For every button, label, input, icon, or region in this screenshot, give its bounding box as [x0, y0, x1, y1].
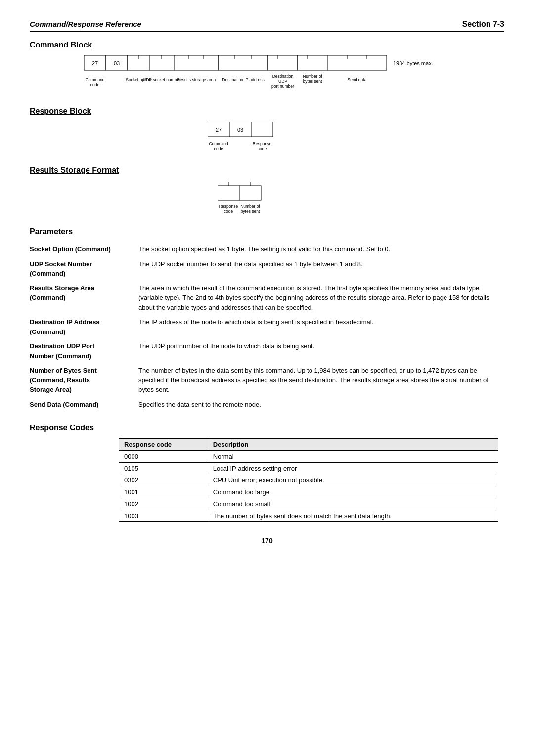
response-code-desc: Normal [208, 451, 498, 463]
svg-text:Destination IP address: Destination IP address [222, 77, 264, 82]
response-codes-heading: Response Codes [30, 424, 504, 432]
response-code-desc: CPU Unit error; execution not possible. [208, 474, 498, 486]
response-codes-header-row: Response code Description [119, 439, 498, 451]
svg-rect-45 [239, 186, 261, 200]
svg-rect-43 [218, 186, 239, 200]
response-block-heading: Response Block [30, 107, 504, 116]
response-codes-section: Response Codes Response code Description… [30, 424, 504, 522]
svg-rect-38 [251, 122, 273, 137]
results-storage-svg: Response code Number of bytes sent [218, 181, 316, 215]
response-code-desc: Local IP address setting error [208, 463, 498, 474]
response-code-value: 0000 [119, 451, 208, 463]
svg-text:27: 27 [216, 127, 222, 133]
svg-text:Number of: Number of [240, 204, 260, 209]
results-storage-heading: Results Storage Format [30, 166, 504, 175]
response-code-value: 1003 [119, 510, 208, 522]
parameter-term: Number of Bytes Sent (Command, Results S… [30, 363, 138, 397]
description-col-header: Description [208, 439, 498, 451]
parameter-row: UDP Socket Number (Command)The UDP socke… [30, 257, 504, 281]
response-code-row: 1003The number of bytes sent does not ma… [119, 510, 498, 522]
page-header: Command/Response Reference Section 7-3 [30, 20, 504, 32]
parameter-row: Destination UDP Port Number (Command)The… [30, 339, 504, 363]
response-code-row: 0105Local IP address setting error [119, 463, 498, 474]
svg-text:UDP socket number: UDP socket number [143, 77, 180, 82]
response-code-row: 1001Command too large [119, 486, 498, 498]
svg-text:code: code [90, 82, 100, 87]
parameter-row: Results Storage Area (Command)The area i… [30, 281, 504, 315]
parameter-row: Socket Option (Command)The socket option… [30, 242, 504, 257]
parameter-desc: The socket option specified as 1 byte. T… [138, 242, 504, 257]
parameter-term: Send Data (Command) [30, 397, 138, 412]
response-code-value: 0105 [119, 463, 208, 474]
svg-text:Command: Command [85, 77, 104, 82]
parameters-table: Socket Option (Command)The socket option… [30, 242, 504, 412]
svg-rect-18 [327, 55, 387, 70]
parameter-desc: Specifies the data sent to the remote no… [138, 397, 504, 412]
page-number: 170 [30, 537, 504, 545]
command-block-section: Command Block 27 03 [30, 41, 504, 95]
svg-text:1984 bytes max.: 1984 bytes max. [393, 60, 433, 66]
response-block-svg: 27 03 Command code Response code [208, 122, 326, 154]
svg-text:Response: Response [219, 204, 238, 209]
command-block-diagram: 27 03 [30, 55, 504, 95]
parameters-section: Parameters Socket Option (Command)The so… [30, 227, 504, 412]
response-code-col-header: Response code [119, 439, 208, 451]
parameter-row: Send Data (Command)Specifies the data se… [30, 397, 504, 412]
svg-rect-8 [174, 55, 219, 70]
parameter-row: Destination IP Address (Command)The IP a… [30, 315, 504, 339]
response-code-value: 0302 [119, 474, 208, 486]
parameters-heading: Parameters [30, 227, 504, 236]
svg-text:03: 03 [114, 60, 120, 66]
parameter-desc: The IP address of the node to which data… [138, 315, 504, 339]
parameter-desc: The UDP socket number to send the data s… [138, 257, 504, 281]
svg-text:port number: port number [271, 84, 294, 89]
parameter-term: UDP Socket Number (Command) [30, 257, 138, 281]
response-code-value: 1002 [119, 498, 208, 510]
svg-text:code: code [224, 209, 233, 214]
response-code-desc: Command too small [208, 498, 498, 510]
svg-text:bytes sent: bytes sent [303, 79, 322, 84]
parameter-term: Socket Option (Command) [30, 242, 138, 257]
svg-text:27: 27 [92, 60, 98, 66]
response-code-row: 0000Normal [119, 451, 498, 463]
svg-text:Command: Command [209, 142, 228, 146]
response-code-desc: The number of bytes sent does not match … [208, 510, 498, 522]
response-code-row: 1002Command too small [119, 498, 498, 510]
svg-text:Results storage area: Results storage area [177, 77, 216, 82]
response-code-row: 0302CPU Unit error; execution not possib… [119, 474, 498, 486]
svg-text:code: code [258, 146, 267, 151]
parameter-term: Results Storage Area (Command) [30, 281, 138, 315]
command-block-svg: 27 03 [84, 55, 450, 95]
response-code-value: 1001 [119, 486, 208, 498]
response-block-section: Response Block 27 03 Command code Respon… [30, 107, 504, 154]
parameter-term: Destination UDP Port Number (Command) [30, 339, 138, 363]
svg-rect-11 [219, 55, 268, 70]
svg-text:code: code [214, 146, 223, 151]
svg-text:bytes sent: bytes sent [241, 209, 260, 214]
svg-text:Response: Response [253, 142, 272, 146]
results-storage-diagram: Response code Number of bytes sent [30, 181, 504, 215]
parameter-desc: The area in which the result of the comm… [138, 281, 504, 315]
response-codes-table: Response code Description 0000Normal0105… [119, 438, 498, 522]
svg-rect-14 [268, 55, 298, 70]
parameter-desc: The UDP port number of the node to which… [138, 339, 504, 363]
response-block-diagram: 27 03 Command code Response code [30, 122, 504, 154]
svg-rect-16 [298, 55, 327, 70]
parameter-term: Destination IP Address (Command) [30, 315, 138, 339]
results-storage-section: Results Storage Format Response code Num… [30, 166, 504, 215]
response-code-desc: Command too large [208, 486, 498, 498]
parameter-desc: The number of bytes in the data sent by … [138, 363, 504, 397]
parameter-row: Number of Bytes Sent (Command, Results S… [30, 363, 504, 397]
svg-text:Number of: Number of [303, 74, 322, 79]
header-title: Command/Response Reference [30, 20, 141, 28]
header-section: Section 7-3 [462, 20, 504, 29]
svg-text:Send data: Send data [348, 77, 367, 82]
svg-text:03: 03 [237, 127, 243, 133]
svg-text:Destination: Destination [272, 74, 294, 79]
svg-text:UDP: UDP [278, 79, 287, 84]
command-block-heading: Command Block [30, 41, 504, 49]
